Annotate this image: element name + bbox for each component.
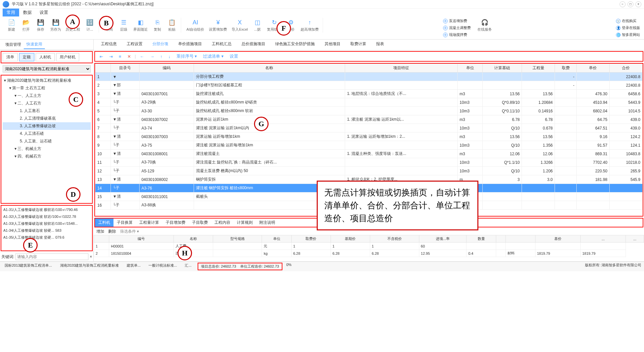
level-button[interactable]: ☰层级 (117, 18, 131, 33)
saveas-button[interactable]: 💾另存为 (48, 18, 63, 33)
tree-node[interactable]: 4. 人工清石碴 (3, 130, 91, 137)
column-header[interactable]: 目录号 (111, 64, 139, 73)
tree-node[interactable]: 1. 人工凿石 (3, 107, 91, 115)
list-item[interactable]: A1-33/人工修整爆破边坡 较软岩/100㎡/1548... (2, 220, 91, 227)
lower-tab[interactable]: 附注说明 (256, 219, 278, 227)
data-button[interactable]: ◫...据 (250, 18, 264, 33)
down-icon[interactable]: ↓ (166, 53, 173, 60)
column-header[interactable]: 名称 (174, 235, 213, 243)
tab-fee[interactable]: 取费计算 (346, 40, 371, 49)
copy-button[interactable]: ⎘复制 (150, 18, 164, 33)
filter-button[interactable]: 过滤清单 ▾ (201, 53, 226, 60)
qtab-material[interactable]: 人材机 (36, 53, 55, 61)
lower-tab[interactable]: 计算规则 (234, 219, 256, 227)
column-header[interactable]: 进项...率 (419, 235, 467, 243)
table-row[interactable]: 10▼清040301008001灌注桩混凝土1. 混凝土种类、强度等级：泵送..… (95, 150, 643, 158)
import-excel-button[interactable]: X导入Excel (230, 18, 250, 33)
website[interactable]: 🌐智多星网站 (615, 32, 641, 38)
qtab-quota[interactable]: 定额 (19, 53, 34, 61)
high-fee-button[interactable]: ↑超高增加费 (299, 18, 321, 33)
list-icon[interactable]: ≡ (117, 53, 123, 60)
menu-settings[interactable]: 设置 (36, 9, 52, 16)
tree-node[interactable]: ▾ 四、机械石方 (3, 153, 91, 160)
settings-button[interactable]: 设置 (228, 53, 240, 60)
tab-other[interactable]: 其他项目 (320, 40, 345, 49)
right-icon[interactable]: → (148, 53, 156, 60)
column-header[interactable]: ... (626, 235, 644, 243)
column-header[interactable]: ... (580, 235, 626, 243)
lower-tab[interactable]: 子目增加费 (162, 219, 189, 227)
tab-project-set[interactable]: 工程设置 (122, 40, 147, 49)
column-header[interactable]: 基价 (535, 235, 580, 243)
lower-tab[interactable]: 子目换算 (113, 219, 136, 227)
column-header[interactable]: 项目特征 (345, 64, 457, 73)
status-std5[interactable]: 汇... (183, 263, 193, 270)
table-row[interactable]: 12└子A5-129混凝土泵送费 檐高(m以内) 5010m3Q/101.206… (95, 167, 643, 175)
calc-button[interactable]: 🔢计... (83, 18, 97, 33)
save-button[interactable]: 💾保存 (34, 18, 48, 33)
column-header[interactable]: 不含税价 (370, 235, 419, 243)
set-fee-button[interactable]: ¥设置增加费 (207, 18, 229, 33)
keyword-input[interactable] (16, 253, 88, 260)
table-row[interactable]: 5└子A3-30旋挖钻机成孔 桩径≤800mm 软岩10m3Q*0.11/100… (95, 107, 643, 115)
paste-button[interactable]: 📋粘贴 (165, 18, 179, 33)
column-header[interactable] (95, 64, 111, 73)
table-row[interactable]: 3▼清040301007001旋挖灌注桩成孔1. 地层情况：综合地质情况（不..… (95, 90, 643, 98)
online-service-button[interactable]: 🎧在线服务 (475, 18, 494, 33)
list-item[interactable]: A1-34/人工修整爆破边坡 较硬... 583 (2, 227, 91, 234)
status-std1[interactable]: 国标2013建筑装饰工程清单... (3, 263, 54, 270)
menu-data[interactable]: 数据 (19, 9, 36, 16)
column-header[interactable] (496, 235, 506, 243)
lower-tab[interactable]: 子目取费 (189, 219, 211, 227)
table-row[interactable]: 8▼清040301007003泥浆运输 运距每增加1km1. 泥浆运输 运距每增… (95, 132, 643, 141)
pump-fee[interactable]: ⚙泵送增加费 (442, 18, 472, 24)
column-header[interactable]: 基期价 (331, 235, 370, 243)
list-item[interactable]: A1-35/人工修整爆破边坡 坚硬... 079.6 (2, 234, 91, 241)
lower-tab[interactable]: 工程量计算 (136, 219, 162, 227)
table-row[interactable]: 1H00001人工费元11160 (94, 243, 644, 250)
column-header[interactable]: 型号规格 (213, 235, 262, 243)
table-row[interactable]: 9└子A3-75灌注桩 泥浆运输 运距每增加1km10m3Q/101.35691… (95, 141, 643, 150)
tab-report[interactable]: 报表 (371, 40, 389, 49)
concrete-fee[interactable]: ⚙混凝土调整费 (442, 25, 472, 31)
table-row[interactable]: 21815010004连装件kg6.286.286.2812.950.4材料18… (94, 250, 644, 257)
tree-node[interactable]: ▾ 三、机械土方 (3, 145, 91, 153)
column-header[interactable]: 工程量 (522, 64, 555, 73)
maximize-button[interactable]: □ (628, 1, 633, 7)
tab-section[interactable]: 分部分项 (148, 40, 173, 49)
login-online[interactable]: 👤登录在线版 (615, 25, 641, 31)
left-icon[interactable]: ← (138, 53, 146, 60)
new-button[interactable]: 📄新建 (5, 18, 18, 33)
resort-button[interactable]: 重排序号 ▾ (175, 53, 199, 60)
table-row[interactable]: 7└子A3-74灌注桩 泥浆运输 运距1km以内10m3Q/100.678647… (95, 124, 643, 132)
indent-icon[interactable]: ⇥ (107, 53, 115, 60)
up-icon[interactable]: ↑ (158, 53, 165, 60)
qtab-list[interactable]: 清单 (3, 53, 18, 61)
list-item[interactable]: A1-31/人工修整爆破边坡 极软岩/100㎡/790.46 (2, 206, 91, 213)
column-header[interactable]: 名称 (194, 64, 345, 73)
status-std4[interactable]: 一般计税法标准... (146, 263, 179, 270)
lower-tab[interactable]: 工料机 (95, 219, 113, 227)
standard-dropdown[interactable]: 湖南2020建筑与装饰工程消耗量标准 (3, 65, 91, 73)
column-header[interactable]: 编号 (109, 235, 174, 243)
status-std2[interactable]: 湖南2020建筑与装饰工程消耗量标准 (58, 263, 121, 270)
tab-safety[interactable]: 绿色施工安全防护措施 (271, 40, 319, 49)
column-header[interactable]: 取费价 (291, 235, 331, 243)
table-row[interactable]: 1▼分部分项工程费-22400.8 (95, 73, 643, 81)
column-header[interactable] (94, 235, 109, 243)
column-header[interactable]: 单价 (576, 64, 609, 73)
qtab-user-material[interactable]: 用户材机 (56, 53, 79, 61)
column-header[interactable]: 单位 (458, 64, 483, 73)
tab-project-info[interactable]: 工程信息 (96, 40, 121, 49)
tree-node[interactable]: 2. 人工清理爆破基底 (3, 115, 91, 122)
tree-node[interactable]: 3. 人工修整爆破边坡 (3, 122, 91, 130)
lower-grid[interactable]: 编号名称型号规格单位取费价基期价不含税价进项...率数量基价...... 1H0… (94, 235, 644, 261)
table-row[interactable]: 6▼清040301007002泥浆外运 运距1km1. 灌注桩 泥浆运输 运距1… (95, 115, 643, 124)
tab-total-measure[interactable]: 总价措施项目 (237, 40, 270, 49)
column-header[interactable]: 计算基础 (483, 64, 522, 73)
table-row[interactable]: 11└子A3-70换灌注混凝土 旋挖钻孔`换：商品混凝土（碎石...10m3Q*… (95, 158, 643, 167)
tab-material[interactable]: 工料机汇总 (207, 40, 236, 49)
delete-icon[interactable]: ✕ (125, 53, 133, 60)
tree-node[interactable]: ▾ 湖南2020建筑与装饰工程消耗量标准 (3, 77, 91, 84)
delete-button[interactable]: 删除 (108, 229, 116, 234)
